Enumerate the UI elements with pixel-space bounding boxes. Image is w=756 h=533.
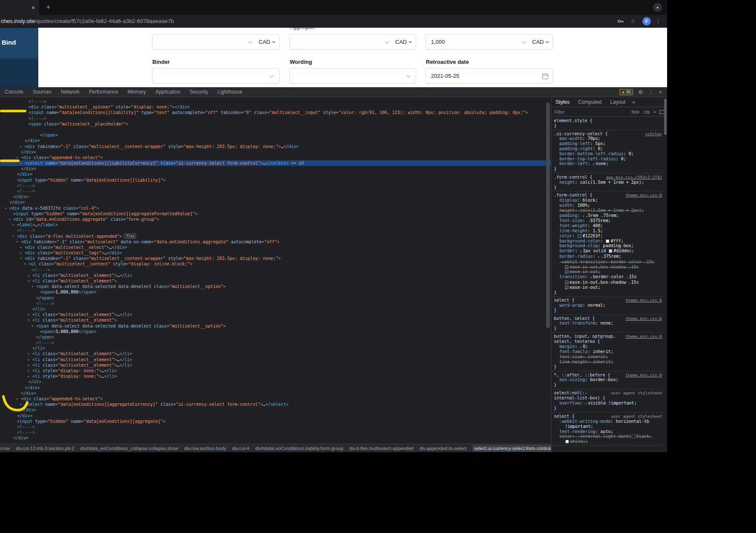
css-rule[interactable]: *, ::after, ::before {theme.min.css:6box… [551,371,664,389]
css-property[interactable]: background-color: #fff; [554,239,662,244]
dom-tree-line[interactable]: </div> [0,171,551,177]
stylesheet-link[interactable]: app.min.css…c593c2:2742 [606,175,662,180]
css-property[interactable]: text-rendering: auto; [554,429,662,434]
css-selector[interactable]: button, select {theme.min.css:6 [554,316,662,321]
stylesheet-link[interactable]: theme.min.css:6 [625,298,662,303]
css-property[interactable]: transition: ▸border-color .15s [554,274,662,280]
browser-tab[interactable]: × [0,0,39,15]
dom-tree-line[interactable]: <!----> [0,228,551,233]
dom-tree-line[interactable]: ▾<li class="multiselect__element"> [0,278,551,284]
css-property[interactable]: padding: ▸.5rem .75rem; [554,213,662,219]
dom-tree-line[interactable]: </div> [0,390,551,396]
styles-tab-computed[interactable]: Computed [574,99,606,105]
stylesheet-link[interactable]: theme.min.css:6 [625,334,662,339]
css-property[interactable]: font-family: inherit; [554,349,662,354]
color-swatch[interactable] [606,239,609,243]
css-rule[interactable]: select {user agent stylesheet-webkit-wri… [551,413,664,446]
devtools-tab-lighthouse[interactable]: Lighthouse [213,87,247,97]
expand-arrow-icon[interactable]: ▸ [598,255,600,259]
breadcrumb-item[interactable]: div#data\.eoConditions\.liability.form-g… [255,446,343,451]
dom-tree-scrollbar[interactable] [546,103,550,328]
devtools-tab-network[interactable]: Network [56,87,84,97]
dom-tree-line[interactable]: <!----> [0,424,551,430]
dom-tree-line[interactable]: <!----> [0,430,551,435]
dom-tree-line[interactable]: <span>3,000,000</span> [0,329,551,334]
password-key-icon[interactable] [617,18,624,26]
dom-tree-line[interactable]: </span> [0,334,551,340]
settings-gear-icon[interactable]: ⚙ [638,89,643,95]
new-style-rule-button[interactable]: + [653,109,656,114]
property-checkbox-icon[interactable]: ✓ [565,265,568,269]
css-property[interactable]: padding-left: 5px; [554,141,662,146]
styles-tab-layout[interactable]: Layout [606,99,630,105]
css-property[interactable]: margin: ▸0; [554,344,662,350]
css-property[interactable]: ✓ease-in-out,box-shadow .15s [554,280,662,285]
css-property[interactable]: -webkit-writing-mode: horizontal-tb [554,419,662,424]
css-property[interactable]: !important; [554,424,662,429]
dom-tree-line[interactable]: <!----> [0,340,551,345]
css-rule[interactable]: .form-control {app.min.css…c593c2:2742he… [551,174,664,191]
css-selector[interactable]: .ui-currency-select {<style> [554,131,662,137]
css-property[interactable]: ✓ease-in-out; [554,269,662,274]
dom-tree-line[interactable]: <input type="hidden" name="data[eoCondit… [0,211,551,217]
color-swatch[interactable] [632,435,635,438]
css-property[interactable]: text-transform: none; [554,321,662,326]
breadcrumb-item[interactable]: div.row.section-body [184,446,226,451]
breadcrumb-item[interactable]: div.col-4 [232,446,249,451]
color-swatch[interactable] [609,249,612,253]
css-selector[interactable]: button, input, optgroup,theme.min.css:6 [554,334,662,339]
dom-tree-line[interactable]: ▸<div tabindex="-1" class="multiselect__… [0,144,551,149]
breadcrumb-item[interactable]: div.d-flex.multiselect-appended [349,446,414,451]
devtools-tab-sources[interactable]: Sources [28,87,56,97]
dom-tree-line[interactable]: ▸<label>…</label> [0,222,551,228]
binder-select[interactable] [152,68,280,84]
dom-tree-line[interactable]: <div class="multiselect__spinner" style=… [0,104,551,110]
devtools-tab-application[interactable]: Application [151,87,185,97]
dom-tree-line[interactable]: <span>1,000,000</span> [0,289,551,295]
dom-tree-line[interactable]: ▾<li class="multiselect__element"> [0,317,551,323]
css-property[interactable]: line-height: 1.5; [554,228,662,234]
stylesheet-link[interactable]: <style> [645,131,662,137]
dom-tree-line[interactable]: <!----> [0,183,551,188]
retroactive-date-input[interactable]: 2021-05-25 [425,68,553,84]
property-checkbox-icon[interactable]: ✓ [565,286,568,289]
css-property[interactable]: border-top-left-radius: 0; [554,157,662,162]
css-selector[interactable]: select {user agent stylesheet [554,414,662,419]
color-swatch[interactable] [565,440,569,443]
dom-tree-line[interactable]: </div> [0,138,551,143]
css-property[interactable]: padding-right: 0; [554,146,662,151]
value-currency-select[interactable]: CAD [528,34,553,49]
dom-tree-line[interactable]: ▾<div class="appended-to-select"> [0,396,551,402]
expand-arrow-icon[interactable]: ▸ [590,275,592,279]
value-multiselect[interactable]: 1,000 CAD [425,34,553,50]
dom-tree-line[interactable]: </div> [0,407,551,413]
dom-tree-line[interactable]: </span> [0,132,551,138]
toggle-class[interactable]: .cls [643,109,650,114]
dom-tree-line[interactable] [0,127,551,132]
dom-tree-line[interactable]: ▸<li style="display: none;">…</li> [0,368,551,373]
dom-tree-line[interactable]: </div> [0,385,551,390]
dom-tree-line[interactable]: ▸<div class="multiselect__tags">…</div> [0,250,551,256]
filter-input[interactable]: Filter [554,109,565,114]
css-property[interactable]: border: ▸1px solid #d2ddec; [554,248,662,254]
close-tab-icon[interactable]: × [31,5,35,11]
new-tab-icon[interactable]: + [46,3,51,12]
calendar-icon[interactable] [542,73,548,81]
dom-tree-line[interactable]: <!----> [0,188,551,194]
color-swatch[interactable] [578,234,581,238]
css-selector[interactable]: select:not(:-user agent stylesheet [554,390,662,396]
dom-tree-line[interactable]: </div> [0,435,551,441]
css-property[interactable]: background-clip: padding-box; [554,243,662,248]
expand-arrow-icon[interactable]: ▸ [582,214,585,218]
devtools-menu-icon[interactable]: ⋮ [648,89,653,95]
breadcrumb-item[interactable]: div.col-12.mb-3.section.pb-2 [16,446,74,451]
close-devtools-icon[interactable]: × [659,89,662,95]
dom-tree-line[interactable]: <!----> [0,267,551,273]
css-property[interactable]: border-bottom-left-radius: 0; [554,151,662,157]
css-selector[interactable]: .form-control {theme.min.css:6 [554,193,662,198]
stylesheet-link[interactable]: theme.min.css:6 [625,316,662,321]
stylesheet-link[interactable]: theme.min.css:6 [625,193,662,198]
sidebar-item-bind[interactable]: Bind [0,28,38,58]
dom-tree-line[interactable]: ▸<li style="display: none;">…</li> [0,373,551,379]
dom-tree-line[interactable]: ▾<div class="appended-to-select"> [0,155,551,160]
